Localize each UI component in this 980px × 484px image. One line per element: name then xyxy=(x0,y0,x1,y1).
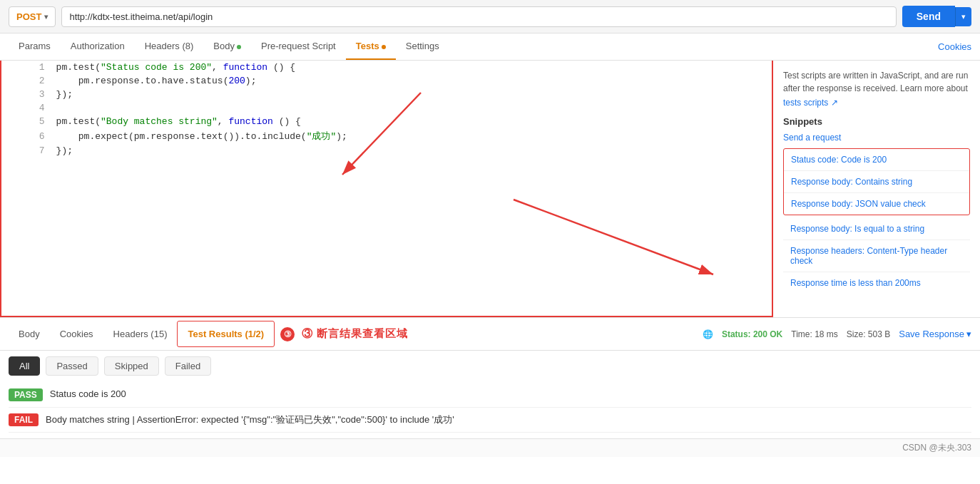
fail-text: Body matches string | AssertionError: ex… xyxy=(46,413,454,426)
code-line-3: 3 }); xyxy=(1,88,772,101)
snippet-response-headers[interactable]: Response headers: Content-Type header ch… xyxy=(783,240,970,272)
send-button[interactable]: Send xyxy=(902,6,955,27)
bottom-tab-test-results[interactable]: Test Results (1/2) xyxy=(177,321,275,347)
code-line-1: 1 pm.test("Status code is 200", function… xyxy=(1,61,772,74)
filter-tab-all[interactable]: All xyxy=(9,356,40,376)
response-status-info: 🌐 Status: 200 OK Time: 18 ms Size: 503 B… xyxy=(703,329,971,339)
snippets-panel: Test scripts are written in JavaScript, … xyxy=(773,61,980,317)
line-content-3: }); xyxy=(53,88,772,101)
pass-text: Status code is 200 xyxy=(50,388,126,399)
test-result-fail: FAIL Body matches string | AssertionErro… xyxy=(9,408,971,433)
snippets-title: Snippets xyxy=(783,116,970,127)
snippet-status-code[interactable]: Status code: Code is 200 xyxy=(784,149,969,171)
bottom-tabs-row: Body Cookies Headers (15) Test Results (… xyxy=(0,317,980,351)
filter-tabs: All Passed Skipped Failed xyxy=(9,356,971,376)
annotation-3: ③ ③ 断言结果查看区域 xyxy=(280,327,408,341)
tab-settings[interactable]: Settings xyxy=(396,34,449,60)
bottom-tab-headers[interactable]: Headers (15) xyxy=(103,321,178,346)
tab-headers[interactable]: Headers (8) xyxy=(135,34,204,60)
filter-tab-failed[interactable]: Failed xyxy=(165,356,211,376)
line-content-5: pm.test("Body matches string", function … xyxy=(53,115,772,128)
globe-icon: 🌐 xyxy=(703,329,713,339)
main-content-area: ① ① 断言代码编写区域 ② ② 点击选择断言方式 1 pm.test("Sta… xyxy=(0,61,980,317)
url-input[interactable] xyxy=(61,6,896,27)
time-text: Time: 18 ms xyxy=(791,329,838,339)
line-num-7: 7 xyxy=(1,144,53,158)
line-num-6: 6 xyxy=(1,128,53,144)
url-bar: POST ▾ Send ▾ xyxy=(0,0,980,34)
code-line-6: 6 pm.expect(pm.response.text()).to.inclu… xyxy=(1,128,772,144)
body-dot xyxy=(237,45,241,49)
tests-dot xyxy=(382,45,386,49)
tab-prerequest[interactable]: Pre-request Script xyxy=(251,34,346,60)
tab-body[interactable]: Body xyxy=(203,34,251,60)
snippet-response-body-json[interactable]: Response body: JSON value check xyxy=(784,193,969,215)
snippet-response-body-equal[interactable]: Response body: Is equal to a string xyxy=(783,218,970,240)
tab-tests[interactable]: Tests xyxy=(346,34,396,60)
filter-tab-passed[interactable]: Passed xyxy=(46,356,98,376)
code-line-2: 2 pm.response.to.have.status(200); xyxy=(1,74,772,88)
tab-authorization[interactable]: Authorization xyxy=(61,34,135,60)
snippets-description: Test scripts are written in JavaScript, … xyxy=(783,69,970,95)
bottom-tab-cookies[interactable]: Cookies xyxy=(50,321,103,346)
request-tabs: Params Authorization Headers (8) Body Pr… xyxy=(0,34,980,61)
line-content-2: pm.response.to.have.status(200); xyxy=(53,74,772,88)
footer-text: CSDN @未央.303 xyxy=(902,442,971,454)
code-line-4: 4 xyxy=(1,101,772,115)
line-content-4 xyxy=(53,101,772,115)
fail-badge: FAIL xyxy=(9,413,39,426)
line-content-1: pm.test("Status code is 200", function (… xyxy=(53,61,772,74)
tests-scripts-link[interactable]: tests scripts ↗ xyxy=(783,98,838,108)
send-request-snippet[interactable]: Send a request xyxy=(783,133,970,143)
method-label: POST xyxy=(16,11,41,22)
page-footer: CSDN @未央.303 xyxy=(0,438,980,457)
line-num-3: 3 xyxy=(1,88,53,101)
snippet-response-time[interactable]: Response time is less than 200ms xyxy=(783,272,970,294)
code-line-5: 5 pm.test("Body matches string", functio… xyxy=(1,115,772,128)
bottom-tab-body[interactable]: Body xyxy=(9,321,50,346)
status-ok-text: Status: 200 OK xyxy=(722,329,782,339)
tab-params[interactable]: Params xyxy=(9,34,61,60)
save-response-button[interactable]: Save Response ▾ xyxy=(899,329,971,339)
line-num-5: 5 xyxy=(1,115,53,128)
code-editor[interactable]: 1 pm.test("Status code is 200", function… xyxy=(0,61,773,317)
size-text: Size: 503 B xyxy=(847,329,890,339)
send-dropdown-button[interactable]: ▾ xyxy=(955,7,971,26)
code-table: 1 pm.test("Status code is 200", function… xyxy=(1,61,772,158)
line-content-6: pm.expect(pm.response.text()).to.include… xyxy=(53,128,772,144)
code-line-7: 7 }); xyxy=(1,144,772,158)
line-num-1: 1 xyxy=(1,61,53,74)
line-num-2: 2 xyxy=(1,74,53,88)
method-chevron-icon: ▾ xyxy=(44,13,48,21)
pass-badge: PASS xyxy=(9,388,43,401)
line-num-4: 4 xyxy=(1,101,53,115)
test-results-area: All Passed Skipped Failed PASS Status co… xyxy=(0,351,980,438)
send-button-group: Send ▾ xyxy=(902,6,971,27)
test-result-pass: PASS Status code is 200 xyxy=(9,383,971,408)
line-content-7: }); xyxy=(53,144,772,158)
save-response-chevron: ▾ xyxy=(966,329,971,339)
method-select[interactable]: POST ▾ xyxy=(9,6,56,27)
filter-tab-skipped[interactable]: Skipped xyxy=(104,356,159,376)
cookies-link[interactable]: Cookies xyxy=(938,34,971,59)
snippet-response-body-contains[interactable]: Response body: Contains string xyxy=(784,171,969,193)
